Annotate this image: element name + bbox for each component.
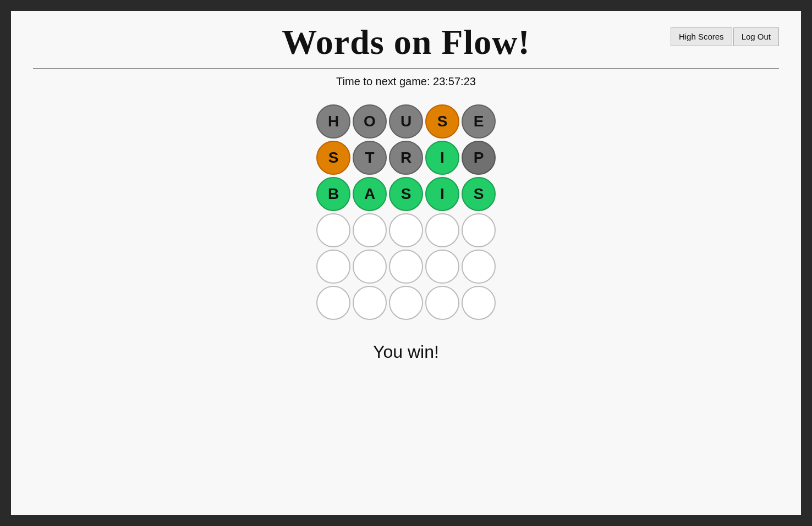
cell-5-2[interactable] xyxy=(389,286,423,320)
cell-0-4[interactable]: E xyxy=(462,104,496,139)
cell-4-1[interactable] xyxy=(353,250,387,284)
cell-1-3[interactable]: I xyxy=(425,141,459,175)
cell-3-2[interactable] xyxy=(389,213,423,247)
main-container: Words on Flow! High Scores Log Out Time … xyxy=(11,11,801,515)
cell-1-0[interactable]: S xyxy=(316,141,350,175)
cell-5-3[interactable] xyxy=(425,286,459,320)
cell-2-1[interactable]: A xyxy=(353,177,387,211)
timer-display: Time to next game: 23:57:23 xyxy=(33,75,779,88)
board-row-4 xyxy=(316,250,496,284)
page-title: Words on Flow! xyxy=(33,22,779,63)
cell-0-1[interactable]: O xyxy=(353,104,387,139)
cell-1-1[interactable]: T xyxy=(353,141,387,175)
cell-5-0[interactable] xyxy=(316,286,350,320)
cell-5-4[interactable] xyxy=(462,286,496,320)
game-board: HOUSESTRIPBASIS xyxy=(33,104,779,320)
board-row-1: STRIP xyxy=(316,141,496,175)
board-row-5 xyxy=(316,286,496,320)
cell-3-3[interactable] xyxy=(425,213,459,247)
cell-0-3[interactable]: S xyxy=(425,104,459,139)
board-row-3 xyxy=(316,213,496,247)
cell-3-1[interactable] xyxy=(353,213,387,247)
high-scores-button[interactable]: High Scores xyxy=(671,27,732,46)
win-message: You win! xyxy=(33,342,779,362)
header: Words on Flow! High Scores Log Out xyxy=(33,22,779,69)
cell-0-2[interactable]: U xyxy=(389,104,423,139)
cell-1-4[interactable]: P xyxy=(462,141,496,175)
cell-0-0[interactable]: H xyxy=(316,104,350,139)
cell-4-3[interactable] xyxy=(425,250,459,284)
top-buttons: High Scores Log Out xyxy=(671,27,779,46)
cell-2-4[interactable]: S xyxy=(462,177,496,211)
board-row-0: HOUSE xyxy=(316,104,496,139)
cell-3-0[interactable] xyxy=(316,213,350,247)
cell-3-4[interactable] xyxy=(462,213,496,247)
cell-2-3[interactable]: I xyxy=(425,177,459,211)
logout-button[interactable]: Log Out xyxy=(733,27,779,46)
cell-2-0[interactable]: B xyxy=(316,177,350,211)
cell-4-4[interactable] xyxy=(462,250,496,284)
cell-1-2[interactable]: R xyxy=(389,141,423,175)
board-row-2: BASIS xyxy=(316,177,496,211)
cell-4-2[interactable] xyxy=(389,250,423,284)
cell-4-0[interactable] xyxy=(316,250,350,284)
cell-5-1[interactable] xyxy=(353,286,387,320)
cell-2-2[interactable]: S xyxy=(389,177,423,211)
